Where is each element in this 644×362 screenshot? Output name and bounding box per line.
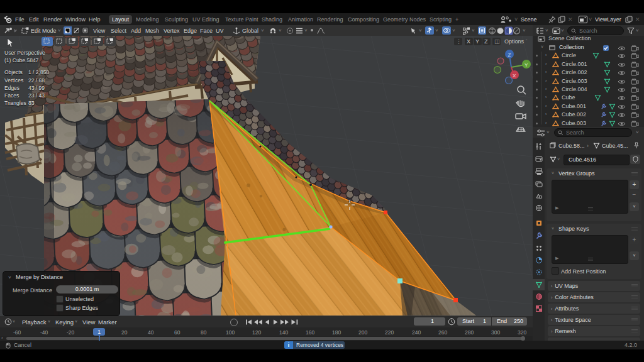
svg-text:Z: Z (508, 52, 511, 58)
svg-text:X: X (513, 73, 516, 79)
svg-text:Y: Y (475, 38, 479, 45)
svg-text:X: X (467, 38, 470, 45)
svg-text:Z: Z (484, 38, 488, 45)
svg-text:⋮: ⋮ (456, 38, 462, 45)
svg-text:◫: ◫ (494, 38, 500, 45)
svg-text:Options: Options (504, 38, 525, 45)
svg-text:Y: Y (525, 62, 528, 68)
